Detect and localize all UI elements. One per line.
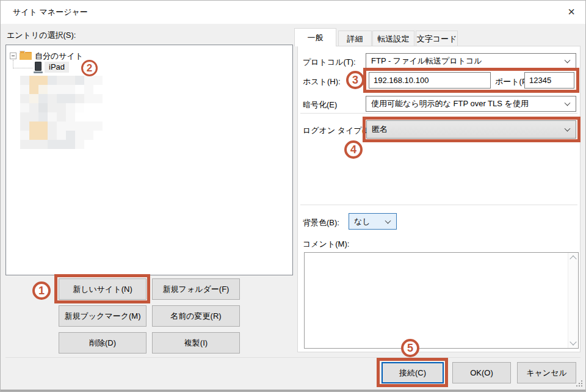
logon-type-label: ログオン タイプ(L): xyxy=(303,125,374,136)
tab-charset[interactable]: 文字コード xyxy=(416,31,458,46)
site-manager-dialog: サイト マネージャー × エントリの選択(S): 自分のサイト iPad 新しい… xyxy=(0,0,586,392)
rename-button[interactable]: 名前の変更(R) xyxy=(152,305,240,327)
protocol-select[interactable]: FTP - ファイル転送プロトコル xyxy=(366,53,576,69)
new-bookmark-button[interactable]: 新規ブックマーク(M) xyxy=(59,305,146,327)
host-input[interactable]: 192.168.10.100 xyxy=(369,72,491,89)
tree-root-my-sites[interactable]: 自分のサイト xyxy=(35,51,83,62)
host-label: ホスト(H): xyxy=(303,76,341,87)
select-entry-label: エントリの選択(S): xyxy=(7,30,76,41)
scroll-down-icon[interactable] xyxy=(570,338,576,345)
tree-item-ipad[interactable]: iPad xyxy=(45,62,69,73)
background-color-select[interactable]: なし xyxy=(349,213,397,230)
tab-general[interactable]: 一般 xyxy=(294,28,336,46)
encryption-select[interactable]: 使用可能なら明示的な FTP over TLS を使用 xyxy=(366,96,576,112)
background-color-label: 背景色(B): xyxy=(303,217,339,228)
cancel-button[interactable]: キャンセル xyxy=(517,362,576,383)
tree-connector xyxy=(13,68,32,68)
connect-button[interactable]: 接続(C) xyxy=(382,362,444,383)
window-bottom-border xyxy=(1,390,586,392)
port-value: 12345 xyxy=(529,76,551,85)
delete-button[interactable]: 削除(D) xyxy=(59,332,146,354)
logon-type-value: 匿名 xyxy=(372,124,388,135)
tree-collapse-icon[interactable] xyxy=(10,53,16,59)
chevron-down-icon xyxy=(565,126,571,132)
scrollbar[interactable] xyxy=(568,253,578,348)
background-color-value: なし xyxy=(354,216,371,227)
separator xyxy=(5,357,581,358)
duplicate-button[interactable]: 複製(I) xyxy=(152,332,240,354)
logon-type-select[interactable]: 匿名 xyxy=(366,120,576,139)
scroll-up-icon[interactable] xyxy=(570,255,576,262)
tab-advanced[interactable]: 詳細 xyxy=(338,31,372,46)
blurred-tree-entries xyxy=(20,76,103,149)
tab-transfer-settings[interactable]: 転送設定 xyxy=(372,31,414,46)
comment-textarea[interactable] xyxy=(304,252,579,349)
new-folder-button[interactable]: 新規フォルダー(F) xyxy=(152,278,240,300)
close-icon[interactable]: × xyxy=(557,1,585,24)
ok-button[interactable]: OK(O) xyxy=(452,362,511,383)
site-tree: 自分のサイト iPad xyxy=(5,45,293,275)
encryption-value: 使用可能なら明示的な FTP over TLS を使用 xyxy=(371,98,529,109)
chevron-down-icon xyxy=(385,217,391,223)
resize-grip[interactable] xyxy=(576,380,582,387)
port-input[interactable]: 12345 xyxy=(524,72,574,89)
protocol-label: プロトコル(T): xyxy=(303,57,356,68)
protocol-value: FTP - ファイル転送プロトコル xyxy=(371,56,482,67)
dialog-title: サイト マネージャー xyxy=(13,1,88,24)
chevron-down-icon xyxy=(565,100,571,106)
chevron-down-icon xyxy=(565,57,571,64)
separator xyxy=(300,113,577,114)
annotation-step-1: 1 xyxy=(32,281,51,300)
encryption-label: 暗号化(E) xyxy=(303,100,337,111)
host-value: 192.168.10.100 xyxy=(374,76,429,85)
folder-icon xyxy=(20,51,32,60)
title-bar: サイト マネージャー × xyxy=(1,1,585,24)
separator xyxy=(300,205,577,205)
server-icon xyxy=(34,62,43,74)
new-site-button[interactable]: 新しいサイト(N) xyxy=(59,278,146,300)
comment-label: コメント(M): xyxy=(303,239,349,250)
tree-connector xyxy=(13,60,13,68)
